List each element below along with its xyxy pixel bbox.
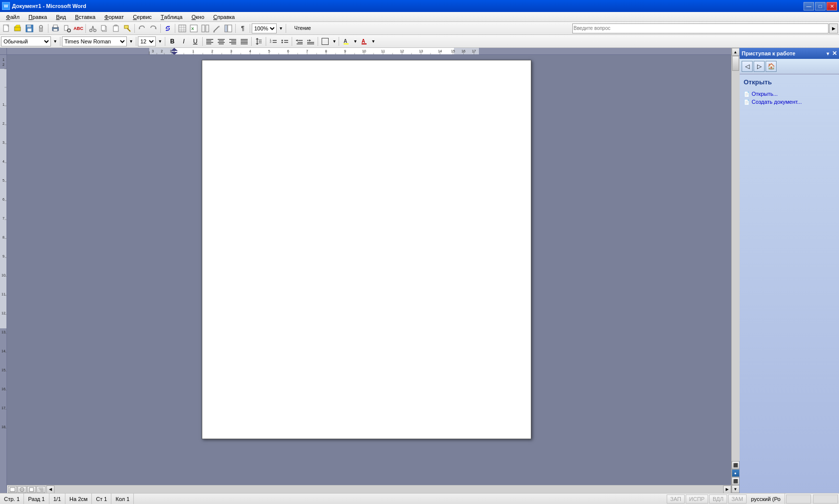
panel-back-button[interactable]: ◁	[742, 61, 753, 72]
insert-table-button[interactable]	[177, 23, 188, 34]
vertical-scrollbar[interactable]: ▲ ⬛ ● ⬛ ▼	[731, 48, 739, 493]
permission-button[interactable]	[35, 23, 46, 34]
document-canvas[interactable]	[7, 55, 731, 485]
align-center-button[interactable]	[216, 36, 227, 47]
bold-button[interactable]: B	[167, 36, 178, 47]
copy-button[interactable]	[99, 23, 110, 34]
panel-expand-icon[interactable]: ▾	[827, 51, 829, 56]
save-button[interactable]	[24, 23, 35, 34]
insert-excel-button[interactable]: X	[188, 23, 199, 34]
columns-button[interactable]	[200, 23, 211, 34]
menu-edit[interactable]: Правка	[24, 12, 51, 21]
align-right-button[interactable]	[227, 36, 238, 47]
italic-button[interactable]: I	[178, 36, 189, 47]
underline-button[interactable]: U	[190, 36, 201, 47]
printpreview-button[interactable]	[61, 23, 72, 34]
svg-rect-80	[322, 38, 329, 45]
panel-create-link[interactable]: 📄 Создать документ...	[744, 98, 835, 106]
scroll-right-button[interactable]: ▶	[723, 486, 731, 494]
justify-button[interactable]	[239, 36, 250, 47]
increase-indent-button[interactable]	[305, 36, 316, 47]
font-size-select[interactable]: 12	[138, 36, 156, 46]
document-page[interactable]	[202, 60, 531, 439]
panel-content: Открыть 📄 Открыть... 📄 Создать документ.…	[740, 74, 839, 110]
font-color-arrow-button[interactable]: ▾	[370, 36, 376, 47]
status-vdl-button[interactable]: ВДЛ	[709, 495, 727, 504]
menu-tools[interactable]: Сервис	[129, 12, 156, 21]
normal-view-button[interactable]	[8, 486, 17, 493]
cut-button[interactable]	[87, 23, 98, 34]
outline-view-button[interactable]	[36, 486, 45, 493]
print-view-button[interactable]	[27, 486, 36, 493]
menu-file[interactable]: Файл	[2, 12, 23, 21]
scroll-nav-button[interactable]: ●	[732, 469, 740, 477]
borders-arrow-button[interactable]: ▾	[331, 36, 337, 47]
status-ispr-button[interactable]: ИСПР	[686, 495, 708, 504]
svg-text:8: 8	[2, 236, 4, 239]
maximize-button[interactable]: □	[815, 2, 826, 10]
menu-view[interactable]: Вид	[52, 12, 70, 21]
status-zam-button[interactable]: ЗАМ	[728, 495, 747, 504]
zoom-arrow-button[interactable]: ▾	[277, 23, 284, 34]
scroll-next-page-button[interactable]: ⬛	[732, 477, 740, 485]
zoom-select[interactable]: 100% 75% 150%	[252, 23, 277, 33]
undo-button[interactable]	[136, 23, 147, 34]
svg-rect-82	[344, 43, 349, 44]
panel-open-link[interactable]: 📄 Открыть...	[744, 90, 835, 98]
size-arrow-button[interactable]: ▾	[156, 36, 163, 47]
show-hide-button[interactable]: ¶	[237, 23, 248, 34]
print-button[interactable]	[50, 23, 61, 34]
svg-text:1: 1	[2, 58, 4, 61]
horizontal-scroll-track[interactable]	[54, 486, 723, 494]
close-button[interactable]: ✕	[827, 2, 837, 10]
font-arrow-button[interactable]: ▾	[127, 36, 134, 47]
status-zap-button[interactable]: ЗАП	[667, 495, 685, 504]
format-sep-4	[202, 37, 203, 46]
svg-rect-5	[27, 25, 31, 27]
new-button[interactable]	[1, 23, 12, 34]
help-search-button[interactable]: ▶	[829, 23, 838, 33]
align-left-button[interactable]	[204, 36, 215, 47]
menu-format[interactable]: Формат	[100, 12, 128, 21]
toolbar-sep-8	[286, 24, 286, 33]
scroll-down-button[interactable]: ▼	[732, 485, 740, 493]
bull-list-button[interactable]	[279, 36, 290, 47]
highlight-button[interactable]: A	[341, 36, 352, 47]
docmap-button[interactable]	[223, 23, 234, 34]
redo-button[interactable]	[148, 23, 159, 34]
horizontal-scrollbar[interactable]: ◀ ▶	[7, 485, 731, 493]
num-list-button[interactable]: 1.2.	[268, 36, 279, 47]
format-painter-button[interactable]	[122, 23, 133, 34]
menu-help[interactable]: Справка	[209, 12, 239, 21]
minimize-button[interactable]: —	[804, 2, 814, 10]
highlight-arrow-button[interactable]: ▾	[352, 36, 358, 47]
menu-insert[interactable]: Вставка	[71, 12, 99, 21]
font-color-button[interactable]: A	[359, 36, 370, 47]
format-toolbar: Обычный ▾ Times New Roman ▾ 12 ▾ B I U	[0, 35, 839, 48]
drawing-button[interactable]	[211, 23, 222, 34]
menu-window[interactable]: Окно	[187, 12, 208, 21]
style-select[interactable]: Обычный	[1, 36, 51, 46]
menu-table[interactable]: Таблица	[157, 12, 187, 21]
scroll-up-button[interactable]: ▲	[732, 48, 740, 56]
title-bar-controls: — □ ✕	[804, 2, 837, 10]
borders-button[interactable]	[320, 36, 331, 47]
style-arrow-button[interactable]: ▾	[51, 36, 58, 47]
spelling-button[interactable]: ABC	[73, 23, 84, 34]
web-view-button[interactable]	[17, 486, 26, 493]
svg-point-15	[90, 29, 92, 31]
scroll-thumb[interactable]	[732, 56, 739, 71]
scroll-left-button[interactable]: ◀	[46, 486, 54, 494]
paste-button[interactable]	[110, 23, 121, 34]
panel-home-button[interactable]: 🏠	[766, 61, 777, 72]
scroll-prev-page-button[interactable]: ⬛	[732, 461, 740, 469]
panel-close-button[interactable]: ✕	[832, 50, 837, 57]
read-button[interactable]: Чтение	[288, 23, 318, 34]
help-search-input[interactable]	[572, 23, 829, 33]
open-button[interactable]	[12, 23, 23, 34]
font-select[interactable]: Times New Roman	[62, 36, 127, 46]
hyperlink-button[interactable]	[162, 23, 173, 34]
panel-forward-button[interactable]: ▷	[754, 61, 765, 72]
line-spacing-button[interactable]	[253, 36, 264, 47]
decrease-indent-button[interactable]	[294, 36, 305, 47]
